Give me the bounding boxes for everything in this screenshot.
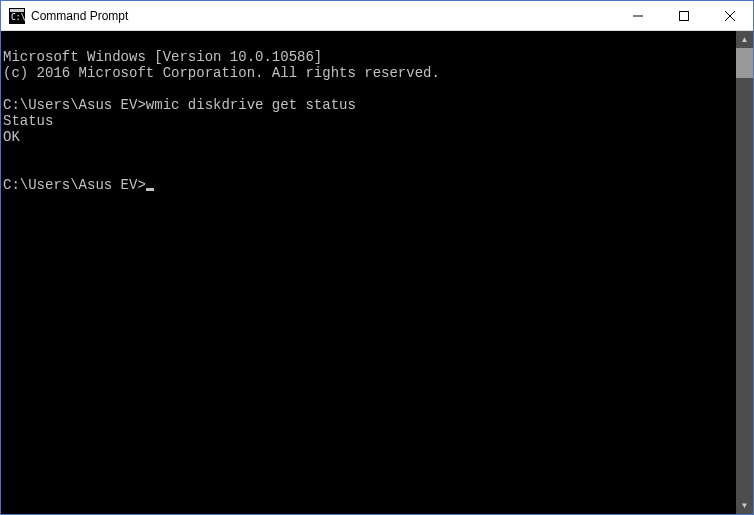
terminal-line: (c) 2016 Microsoft Corporation. All righ…	[3, 65, 440, 81]
terminal-line: OK	[3, 129, 20, 145]
scroll-up-icon[interactable]: ▲	[736, 31, 753, 48]
terminal-line: Status	[3, 113, 53, 129]
svg-rect-1	[10, 9, 24, 12]
terminal-line: C:\Users\Asus EV>wmic diskdrive get stat…	[3, 97, 356, 113]
terminal-prompt: C:\Users\Asus EV>	[3, 177, 146, 193]
window-title: Command Prompt	[31, 9, 615, 23]
terminal-line: Microsoft Windows [Version 10.0.10586]	[3, 49, 322, 65]
vertical-scrollbar[interactable]: ▲ ▼	[736, 31, 753, 514]
cmd-icon: C:\	[9, 8, 25, 24]
svg-text:C:\: C:\	[11, 13, 25, 22]
minimize-button[interactable]	[615, 1, 661, 30]
terminal-prompt-line: C:\Users\Asus EV>	[3, 177, 154, 193]
maximize-button[interactable]	[661, 1, 707, 30]
terminal-output[interactable]: Microsoft Windows [Version 10.0.10586] (…	[1, 31, 736, 514]
cursor-icon	[146, 188, 154, 191]
scroll-down-icon[interactable]: ▼	[736, 497, 753, 514]
window-controls	[615, 1, 753, 30]
svg-rect-4	[680, 11, 689, 20]
close-button[interactable]	[707, 1, 753, 30]
terminal-area: Microsoft Windows [Version 10.0.10586] (…	[1, 31, 753, 514]
titlebar[interactable]: C:\ Command Prompt	[1, 1, 753, 31]
scroll-thumb[interactable]	[736, 48, 753, 78]
